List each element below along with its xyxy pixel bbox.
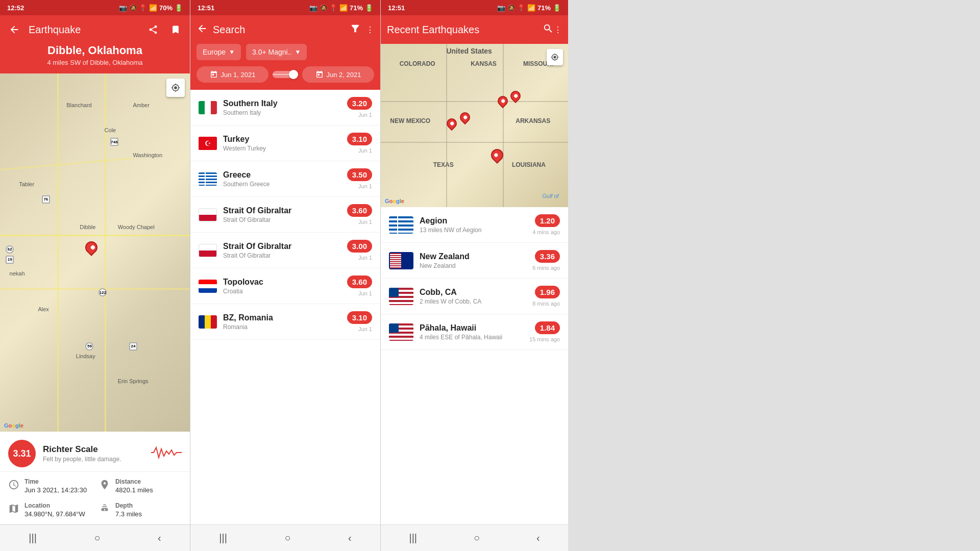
date-from-chip[interactable]: Jun 1, 2021	[197, 66, 268, 83]
nav-bar-2: ||| ○ ‹	[190, 524, 380, 551]
list-item[interactable]: Southern Italy Southern Italy 3.20 Jun 1	[190, 90, 380, 126]
region-filter[interactable]: Europe ▼	[197, 44, 241, 60]
eq-info-4: Strait Of Gibraltar Strait Of Gibraltar	[223, 242, 341, 259]
bookmark-button[interactable]	[167, 21, 184, 38]
distance-detail: Distance 4820.1 miles	[99, 478, 182, 494]
eq-magnitude-5: 3.60	[347, 276, 372, 288]
cobb-name: Cobb, CA	[420, 288, 526, 297]
date-to-label: Jun 2, 2021	[327, 71, 361, 79]
aegion-time: 4 mins ago	[532, 229, 560, 235]
list-item[interactable]: BZ, Romania Romania 3.10 Jun 1	[190, 304, 380, 340]
road-sign-19: 19	[6, 256, 14, 264]
back-nav-2[interactable]: ‹	[338, 528, 362, 548]
eq-right-2: 3.50 Jun 1	[347, 168, 372, 189]
list-item[interactable]: Strait Of Gibraltar Strait Of Gibraltar …	[190, 233, 380, 268]
eq-date-2: Jun 1	[347, 183, 372, 189]
more-button-2[interactable]: ⋮	[366, 25, 374, 35]
location-icon	[8, 503, 19, 517]
map-label-alex: Alex	[38, 306, 48, 312]
road-sign-76: 76	[42, 195, 50, 204]
list-item[interactable]: Topolovac Croatia 3.60 Jun 1	[190, 268, 380, 304]
eq-info-0: Southern Italy Southern Italy	[223, 99, 341, 116]
romania-flag-icon	[199, 315, 217, 329]
waveform-icon	[151, 445, 182, 462]
eq-magnitude-3: 3.60	[347, 204, 372, 217]
eq-right-0: 3.20 Jun 1	[347, 97, 372, 118]
list-item[interactable]: Strait Of Gibraltar Strait Of Gibraltar …	[190, 197, 380, 233]
list-item[interactable]: Greece Southern Greece 3.50 Jun 1	[190, 161, 380, 197]
map-label-woodychapel: Woody Chapel	[118, 224, 155, 230]
filter-icon-button[interactable]	[350, 23, 361, 36]
details-grid: Time Jun 3 2021, 14:23:30 Distance 4820.…	[0, 472, 190, 524]
aegion-right: 1.20 4 mins ago	[532, 214, 560, 235]
status-time-2: 12:51	[198, 4, 214, 12]
list-item[interactable]: ☪ Turkey Western Turkey 3.10 Jun 1	[190, 126, 380, 161]
map-label-tabler: Tabler	[19, 181, 34, 187]
back-nav-1[interactable]: ‹	[148, 528, 172, 548]
region-chevron-icon: ▼	[229, 48, 235, 56]
map-area-3[interactable]: COLORADO KANSAS MISSOURI NEW MEXICO ARKA…	[381, 44, 568, 207]
pin-head-1	[83, 239, 100, 256]
map-pin-3b	[510, 91, 521, 101]
eq-info-6: BZ, Romania Romania	[223, 313, 341, 331]
recent-title: Recent Earthquakes	[387, 24, 543, 36]
slider-handle[interactable]	[289, 70, 298, 79]
magnitude-filter[interactable]: 3.0+ Magni.. ▼	[246, 44, 307, 60]
back-button-1[interactable]	[6, 21, 22, 38]
locate-button-3[interactable]	[547, 49, 563, 65]
home-nav-2[interactable]: ○	[274, 528, 301, 548]
region-filter-label: Europe	[203, 48, 226, 56]
menu-nav-1[interactable]: |||	[18, 528, 47, 548]
status-icons-2: 📷 🔕 📍 📶 71%🔋	[309, 4, 373, 12]
map-label-amber: Amber	[133, 102, 149, 108]
eq-region-5: Croatia	[223, 288, 341, 295]
recent-list-item[interactable]: New Zealand New Zealand 3.36 6 mins ago	[381, 243, 568, 279]
more-button-3[interactable]: ⋮	[554, 25, 562, 35]
pahala-name: Pāhala, Hawaii	[420, 323, 523, 333]
time-text: Time Jun 3 2021, 14:23:30	[24, 478, 87, 494]
recent-list-item[interactable]: Cobb, CA 2 miles W of Cobb, CA 1.96 8 mi…	[381, 279, 568, 314]
home-nav-3[interactable]: ○	[463, 528, 490, 548]
eq-date-0: Jun 1	[347, 112, 372, 118]
pin-dot-3c	[450, 121, 455, 126]
home-nav-1[interactable]: ○	[84, 528, 110, 548]
cobb-magnitude: 1.96	[535, 286, 560, 298]
recent-list-item[interactable]: Aegion 13 miles NW of Aegion 1.20 4 mins…	[381, 207, 568, 243]
status-time-1: 12:52	[7, 4, 24, 12]
menu-nav-2[interactable]: |||	[209, 528, 237, 548]
italy-flag-icon	[199, 101, 217, 114]
state-label-kansas: KANSAS	[471, 60, 497, 67]
recent-app-bar: Recent Earthquakes ⋮	[381, 15, 568, 44]
map-area-1[interactable]: Blanchard Cole Amber Washington Tabler D…	[0, 73, 190, 432]
google-logo-3: Google	[385, 198, 404, 204]
gibraltar-flag-icon-1	[199, 208, 217, 221]
status-bar-2: 12:51 📷 🔕 📍 📶 71%🔋	[190, 0, 380, 15]
eq-date-1: Jun 1	[347, 147, 372, 154]
recent-list-item[interactable]: Pāhala, Hawaii 4 miles ESE of Pāhala, Ha…	[381, 314, 568, 350]
eq-magnitude-6: 3.10	[347, 311, 372, 324]
share-button[interactable]	[145, 21, 161, 38]
distance-text: Distance 4820.1 miles	[115, 478, 153, 494]
eq-right-3: 3.60 Jun 1	[347, 204, 372, 225]
distance-icon	[99, 479, 110, 493]
locate-button-1[interactable]	[166, 79, 185, 97]
back-button-2[interactable]	[197, 23, 208, 36]
depth-text: Depth 7.3 miles	[115, 502, 142, 518]
back-nav-3[interactable]: ‹	[526, 528, 550, 548]
nav-bar-1: ||| ○ ‹	[0, 524, 190, 551]
eq-magnitude-0: 3.20	[347, 97, 372, 110]
map-pin-3d	[460, 112, 470, 122]
location-text: Location 34.980°N, 97.684°W	[24, 502, 85, 518]
pin-dot-3e	[493, 153, 498, 158]
road-sign-24: 24	[129, 342, 137, 350]
richter-section: 3.31 Richter Scale Felt by people, littl…	[0, 432, 190, 472]
aegion-location: 13 miles NW of Aegion	[420, 227, 526, 234]
eq-region-1: Western Turkey	[223, 145, 341, 152]
nz-info: New Zealand New Zealand	[420, 252, 526, 269]
state-line-h2	[381, 142, 568, 143]
date-range-slider[interactable]	[273, 71, 298, 78]
recent-earthquake-list: Aegion 13 miles NW of Aegion 1.20 4 mins…	[381, 207, 568, 524]
date-to-chip[interactable]: Jun 2, 2021	[302, 66, 374, 83]
search-button-3[interactable]	[543, 23, 554, 36]
menu-nav-3[interactable]: |||	[399, 528, 427, 548]
